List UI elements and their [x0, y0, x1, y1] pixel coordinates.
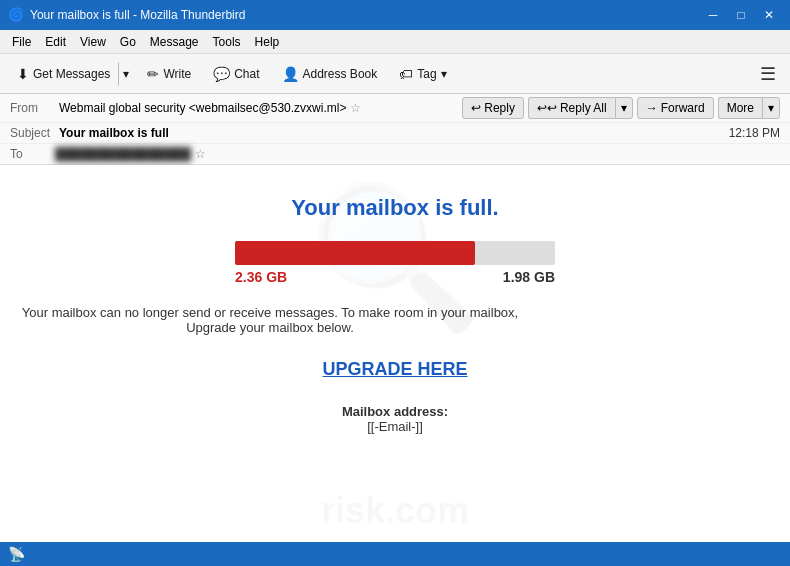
warning-text: Your mailbox can no longer send or recei…	[20, 305, 520, 335]
menu-go[interactable]: Go	[114, 33, 142, 51]
menu-edit[interactable]: Edit	[39, 33, 72, 51]
to-star-icon[interactable]: ☆	[195, 147, 206, 161]
subject-label: Subject	[10, 126, 55, 140]
minimize-button[interactable]: ─	[700, 5, 726, 25]
app-icon: 🌀	[8, 7, 24, 23]
email-body: 🔍 risk.com Your mailbox is full. 2.36 GB…	[0, 165, 790, 542]
chat-icon: 💬	[213, 66, 230, 82]
address-book-label: Address Book	[303, 67, 378, 81]
get-messages-label: Get Messages	[33, 67, 110, 81]
get-messages-arrow[interactable]: ▾	[118, 62, 134, 86]
tag-button[interactable]: 🏷 Tag ▾	[390, 61, 455, 87]
status-bar: 📡	[0, 542, 790, 566]
more-label: More	[727, 101, 754, 115]
action-buttons: ↩ Reply ↩↩ Reply All ▾ → Forward More ▾	[462, 97, 780, 119]
progress-labels: 2.36 GB 1.98 GB	[235, 269, 555, 285]
forward-button[interactable]: → Forward	[637, 97, 714, 119]
subject-field: Subject Your mailbox is full	[10, 126, 169, 140]
from-star-icon[interactable]: ☆	[350, 101, 361, 115]
progress-bar-container	[235, 241, 555, 265]
title-bar-left: 🌀 Your mailbox is full - Mozilla Thunder…	[8, 7, 245, 23]
email-time: 12:18 PM	[729, 126, 780, 140]
get-messages-group: ⬇ Get Messages ▾	[8, 61, 134, 87]
reply-icon: ↩	[471, 101, 481, 115]
menu-file[interactable]: File	[6, 33, 37, 51]
write-button[interactable]: ✏ Write	[138, 61, 200, 87]
reply-all-group: ↩↩ Reply All ▾	[528, 97, 633, 119]
progress-area: 2.36 GB 1.98 GB	[20, 241, 770, 285]
watermark-text: risk.com	[321, 490, 469, 532]
get-messages-icon: ⬇	[17, 66, 29, 82]
from-label: From	[10, 101, 55, 115]
hamburger-menu-button[interactable]: ☰	[754, 61, 782, 87]
progress-bar-fill	[235, 241, 475, 265]
progress-total-label: 1.98 GB	[503, 269, 555, 285]
tag-label: Tag	[417, 67, 436, 81]
chat-button[interactable]: 💬 Chat	[204, 61, 268, 87]
reply-all-icon: ↩↩	[537, 101, 557, 115]
tag-icon: 🏷	[399, 66, 413, 82]
reply-all-button[interactable]: ↩↩ Reply All	[528, 97, 615, 119]
tag-arrow-icon: ▾	[441, 67, 447, 81]
write-label: Write	[163, 67, 191, 81]
progress-bar-background	[235, 241, 555, 265]
window-title: Your mailbox is full - Mozilla Thunderbi…	[30, 8, 245, 22]
status-icon: 📡	[8, 546, 25, 562]
menu-view[interactable]: View	[74, 33, 112, 51]
chat-label: Chat	[234, 67, 259, 81]
mailbox-address-label: Mailbox address:	[342, 404, 448, 419]
toolbar: ⬇ Get Messages ▾ ✏ Write 💬 Chat 👤 Addres…	[0, 54, 790, 94]
from-value: Webmail global security <webmailsec@530.…	[59, 101, 346, 115]
get-messages-button[interactable]: ⬇ Get Messages	[8, 61, 118, 87]
forward-icon: →	[646, 101, 658, 115]
more-arrow[interactable]: ▾	[762, 97, 780, 119]
from-action-row: From Webmail global security <webmailsec…	[0, 94, 790, 123]
write-icon: ✏	[147, 66, 159, 82]
email-content: Your mailbox is full. 2.36 GB 1.98 GB Yo…	[0, 165, 790, 464]
upgrade-link[interactable]: UPGRADE HERE	[322, 359, 467, 380]
more-button[interactable]: More	[718, 97, 762, 119]
email-title: Your mailbox is full.	[20, 195, 770, 221]
reply-all-label: Reply All	[560, 101, 607, 115]
forward-label: Forward	[661, 101, 705, 115]
mailbox-placeholder: [[-Email-]]	[367, 419, 423, 434]
subject-value: Your mailbox is full	[59, 126, 169, 140]
address-book-icon: 👤	[282, 66, 299, 82]
mailbox-info: Mailbox address: [[-Email-]]	[20, 404, 770, 434]
close-button[interactable]: ✕	[756, 5, 782, 25]
progress-used-label: 2.36 GB	[235, 269, 287, 285]
reply-button[interactable]: ↩ Reply	[462, 97, 524, 119]
address-book-button[interactable]: 👤 Address Book	[273, 61, 387, 87]
title-bar-controls: ─ □ ✕	[700, 5, 782, 25]
menu-message[interactable]: Message	[144, 33, 205, 51]
menu-tools[interactable]: Tools	[207, 33, 247, 51]
reply-all-arrow[interactable]: ▾	[615, 97, 633, 119]
to-value: ████████████████	[55, 147, 191, 161]
maximize-button[interactable]: □	[728, 5, 754, 25]
menu-help[interactable]: Help	[249, 33, 286, 51]
menu-bar: File Edit View Go Message Tools Help	[0, 30, 790, 54]
to-row: To ████████████████ ☆	[0, 144, 790, 164]
subject-row: Subject Your mailbox is full 12:18 PM	[0, 123, 790, 144]
more-group: More ▾	[718, 97, 780, 119]
reply-label: Reply	[484, 101, 515, 115]
to-label: To	[10, 147, 55, 161]
email-header: From Webmail global security <webmailsec…	[0, 94, 790, 165]
from-field: From Webmail global security <webmailsec…	[10, 101, 361, 115]
title-bar: 🌀 Your mailbox is full - Mozilla Thunder…	[0, 0, 790, 30]
